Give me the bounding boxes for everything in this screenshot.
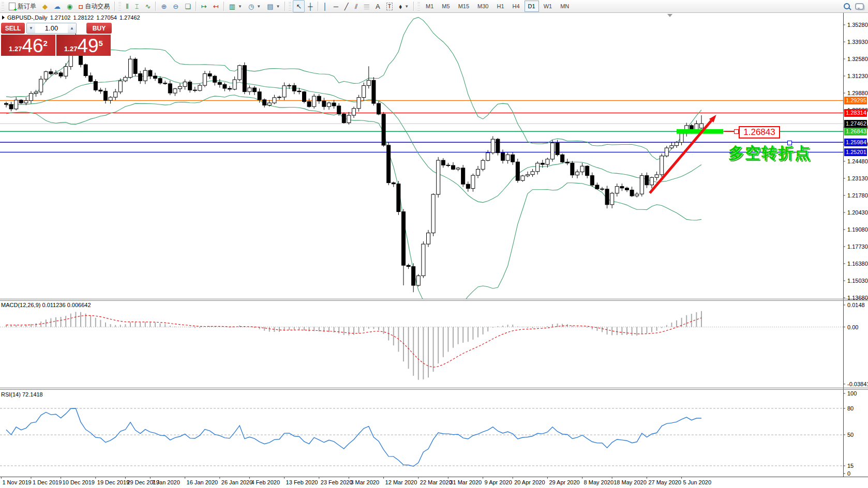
buy-button[interactable]: BUY <box>86 23 112 34</box>
text-tool-button[interactable]: A <box>372 0 383 12</box>
svg-text:0.00: 0.00 <box>847 324 858 330</box>
separator <box>223 2 225 11</box>
toolbar: 新订单 ◆ ☁ ◉ ◘ 自动交易 ⫴ ⌶ ∿ ⊕ ⊖ ❏ ↦ ↤ ▥▼ ◷▼ ▤… <box>0 0 868 13</box>
timeframe-m5[interactable]: M5 <box>438 1 453 12</box>
timeframe-m1[interactable]: M1 <box>422 1 437 12</box>
level-tag-handle[interactable] <box>734 129 739 134</box>
date-label: 20 Apr 2020 <box>514 479 545 485</box>
toolbar-grip[interactable] <box>118 2 121 10</box>
date-label: 10 Dec 2019 <box>63 479 95 485</box>
trendline-icon: ╱ <box>345 3 349 10</box>
date-label: 4 Feb 2020 <box>251 479 280 485</box>
volume-up-button[interactable]: ▲ <box>68 23 76 33</box>
date-label: 9 Apr 2020 <box>485 479 512 485</box>
autotrade-label: 自动交易 <box>85 2 110 11</box>
trendline-tool-button[interactable]: ╱ <box>341 0 352 12</box>
svg-text:1.32580: 1.32580 <box>847 56 868 62</box>
toolbar-grip[interactable] <box>2 2 4 10</box>
separator <box>318 2 319 11</box>
text-label-icon: T <box>386 3 393 10</box>
auto-scroll-icon: ↦ <box>201 3 207 10</box>
chat-icon[interactable] <box>855 3 864 10</box>
new-order-label: 新订单 <box>18 2 36 11</box>
volume-value[interactable]: 1.00 <box>35 23 68 33</box>
label-tool-button[interactable]: T <box>383 0 396 12</box>
periods-button[interactable]: ◷▼ <box>245 0 264 12</box>
fibonacci-tool-button[interactable]: 𝄙 <box>361 0 372 12</box>
symbol-name: GBPUSD-,Daily <box>7 14 48 21</box>
bar-chart-button[interactable]: ⫴ <box>123 0 131 12</box>
search-icon[interactable] <box>844 3 850 9</box>
chart-shift-button[interactable]: ↤ <box>210 0 222 12</box>
market-watch-button[interactable]: ◆ <box>39 0 51 12</box>
svg-text:100: 100 <box>847 390 857 396</box>
new-order-icon <box>9 3 16 10</box>
toolbar-grip[interactable] <box>417 2 420 10</box>
svg-text:50: 50 <box>847 432 854 438</box>
auto-scroll-button[interactable]: ↦ <box>198 0 210 12</box>
timeframe-m15[interactable]: M15 <box>455 1 473 12</box>
arrows-icon: ⬧ <box>399 3 402 10</box>
zoom-in-icon: ⊕ <box>161 3 167 10</box>
sell-button[interactable]: SELL <box>1 23 25 34</box>
timeframe-h4[interactable]: H4 <box>509 1 523 12</box>
timeframe-d1[interactable]: D1 <box>525 1 539 12</box>
clock-icon: ◷ <box>248 3 254 10</box>
chart-canvas[interactable]: 1.352801.339301.325801.312301.298801.285… <box>0 0 868 488</box>
templates-button[interactable]: ▤▼ <box>264 0 283 12</box>
level-tag[interactable]: 1.26843 <box>739 126 780 139</box>
svg-text:1.19080: 1.19080 <box>847 226 868 233</box>
svg-text:15: 15 <box>847 463 854 469</box>
template-icon: ▤ <box>267 3 273 10</box>
level-price-chip: 1.25984 <box>844 139 867 146</box>
ohlc-close: 1.27462 <box>119 14 140 21</box>
bar-chart-icon: ⫴ <box>126 3 128 10</box>
date-label: 29 Apr 2020 <box>549 479 579 485</box>
buy-price[interactable]: 1.27495 <box>56 35 111 56</box>
fibonacci-icon: 𝄙 <box>364 3 369 10</box>
candlestick-chart-button[interactable]: ⌶ <box>132 0 142 12</box>
indicators-button[interactable]: ▥▼ <box>226 0 245 12</box>
volume-down-button[interactable]: ▼ <box>27 23 35 33</box>
toolbar-grip[interactable] <box>289 2 291 10</box>
community-icon: ☁ <box>54 3 61 10</box>
turning-point-note[interactable]: 多空转折点 <box>728 143 811 164</box>
rsi-value: 72.1418 <box>22 391 43 398</box>
community-button[interactable]: ☁ <box>51 0 64 12</box>
timeframe-h1[interactable]: H1 <box>493 1 507 12</box>
signal-icon: ◉ <box>67 3 72 10</box>
date-label: 27 May 2020 <box>648 479 681 485</box>
sell-price[interactable]: 1.27462 <box>1 35 55 56</box>
timeframe-w1[interactable]: W1 <box>540 1 556 12</box>
new-order-button[interactable]: 新订单 <box>6 0 39 12</box>
text-icon: A <box>376 3 380 10</box>
shapes-tool-button[interactable]: ⬧▼ <box>396 0 412 12</box>
channel-tool-button[interactable]: ⫽ <box>352 0 361 12</box>
macd-main-value: 0.011236 <box>42 302 65 308</box>
autotrade-button[interactable]: ◘ 自动交易 <box>76 0 113 12</box>
current-price-chip: 1.27462 <box>844 120 867 128</box>
zoom-out-button[interactable]: ⊖ <box>170 0 182 12</box>
date-label: 8 May 2020 <box>584 479 613 485</box>
tile-windows-button[interactable]: ❏ <box>182 0 194 12</box>
timeframe-mn[interactable]: MN <box>557 1 573 12</box>
chevron-down-icon: ▼ <box>238 4 242 9</box>
cursor-tool-button[interactable]: ↖ <box>293 0 305 12</box>
timeframe-m30[interactable]: M30 <box>474 1 492 12</box>
level-price-chip: 1.28314 <box>844 109 867 117</box>
ohlc-high: 1.28122 <box>73 14 94 21</box>
zoom-in-button[interactable]: ⊕ <box>158 0 170 12</box>
volume-stepper: ▼ 1.00 ▲ <box>26 23 77 34</box>
svg-text:1.35280: 1.35280 <box>847 22 868 28</box>
line-chart-button[interactable]: ∿ <box>142 0 154 12</box>
date-label: 3 Mar 2020 <box>350 479 379 485</box>
signals-button[interactable]: ◉ <box>64 0 76 12</box>
vline-tool-button[interactable]: │ <box>320 0 331 12</box>
hline-tool-button[interactable]: ─ <box>331 0 341 12</box>
autotrade-icon: ◘ <box>79 3 83 10</box>
svg-text:1.23130: 1.23130 <box>847 175 868 181</box>
level-price-chip: 1.26843 <box>844 128 867 135</box>
date-label: 1 Nov 2019 <box>2 479 31 485</box>
level-price-chip: 1.25201 <box>844 148 867 156</box>
crosshair-tool-button[interactable]: ┼ <box>305 0 316 12</box>
